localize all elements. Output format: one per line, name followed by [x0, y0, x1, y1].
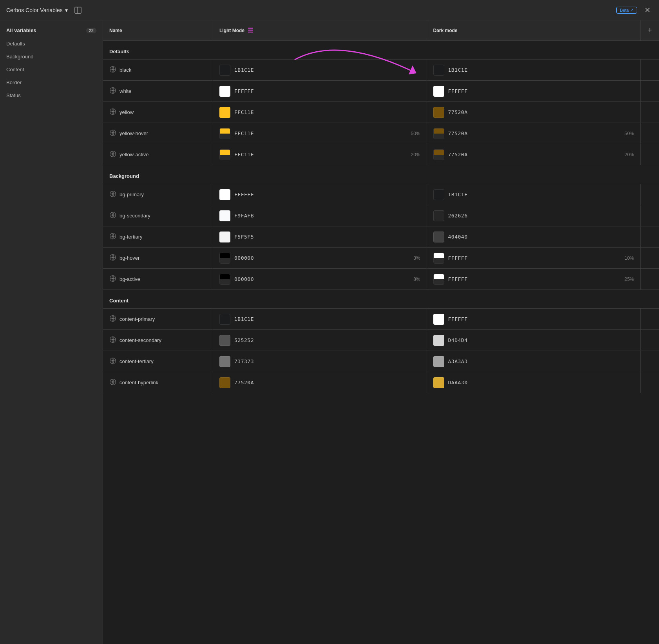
light-color-label: FFFFFF [234, 192, 254, 197]
content-area: Name Light Mode ☰ Dark mode + Defaults b… [103, 20, 659, 393]
sidebar: All variables 22 Defaults Background Con… [0, 20, 103, 644]
variable-name: bg-hover [119, 255, 139, 261]
table-row[interactable]: content-primary1B1C1EFFFFFF [103, 309, 659, 330]
cell-dark-bg-active[interactable]: FFFFFF25% [427, 269, 641, 289]
variable-icon [109, 66, 116, 74]
cell-light-bg-primary[interactable]: FFFFFF [213, 184, 427, 205]
cell-dark-content-secondary[interactable]: D4D4D4 [427, 330, 641, 351]
sidebar-item-status[interactable]: Status [0, 89, 103, 102]
external-link-icon: ↗ [630, 8, 634, 12]
table-row[interactable]: content-tertiary737373A3A3A3 [103, 351, 659, 372]
cell-dark-content-tertiary[interactable]: A3A3A3 [427, 351, 641, 372]
cell-name-bg-tertiary: bg-tertiary [103, 233, 213, 241]
variable-icon [109, 87, 116, 95]
table-row[interactable]: yellow-hover FFC11E50% 77520A50% [103, 123, 659, 144]
section-header-background: Background [103, 165, 659, 184]
cell-extra [640, 372, 659, 393]
panel-toggle-icon[interactable] [72, 5, 83, 16]
table-row[interactable]: yellowFFC11E77520A [103, 102, 659, 123]
cell-light-yellow-active[interactable]: FFC11E20% [213, 144, 427, 165]
dark-color-label: A3A3A3 [448, 358, 468, 364]
variable-name: bg-tertiary [119, 234, 143, 240]
sidebar-item-content[interactable]: Content [0, 63, 103, 76]
variable-name: yellow-hover [119, 130, 148, 136]
close-icon: ✕ [645, 6, 650, 14]
cell-name-white: white [103, 87, 213, 95]
cell-name-content-secondary: content-secondary [103, 336, 213, 344]
table-row[interactable]: black1B1C1E1B1C1E [103, 60, 659, 81]
cell-light-content-primary[interactable]: 1B1C1E [213, 309, 427, 329]
cell-extra [640, 102, 659, 123]
cell-dark-bg-secondary[interactable]: 262626 [427, 205, 641, 226]
cell-dark-white[interactable]: FFFFFF [427, 81, 641, 101]
dark-color-label: DAAA30 [448, 380, 468, 385]
cell-name-bg-primary: bg-primary [103, 190, 213, 199]
table-row[interactable]: yellow-active FFC11E20% 77520A20% [103, 144, 659, 165]
dark-opacity: 25% [625, 277, 634, 282]
cell-light-content-secondary[interactable]: 525252 [213, 330, 427, 351]
close-button[interactable]: ✕ [642, 5, 653, 16]
cell-light-black[interactable]: 1B1C1E [213, 60, 427, 80]
sidebar-item-defaults[interactable]: Defaults [0, 37, 103, 50]
light-color-label: 1B1C1E [234, 316, 254, 322]
header-left: Cerbos Color Variables ▾ [6, 5, 83, 16]
dark-color-label: 404040 [448, 234, 468, 240]
cell-dark-bg-hover[interactable]: FFFFFF10% [427, 248, 641, 268]
dark-color-label: 1B1C1E [448, 192, 468, 197]
dark-opacity: 20% [625, 152, 634, 157]
cell-light-yellow[interactable]: FFC11E [213, 102, 427, 123]
main-layout: All variables 22 Defaults Background Con… [0, 20, 659, 644]
dark-opacity: 50% [625, 131, 634, 136]
cell-dark-bg-tertiary[interactable]: 404040 [427, 226, 641, 247]
table-row[interactable]: content-hyperlink77520ADAAA30 [103, 372, 659, 393]
table-row[interactable]: whiteFFFFFFFFFFFF [103, 81, 659, 102]
cell-light-white[interactable]: FFFFFF [213, 81, 427, 101]
app-title[interactable]: Cerbos Color Variables ▾ [6, 7, 68, 13]
cell-light-yellow-hover[interactable]: FFC11E50% [213, 123, 427, 144]
dark-color-label: 262626 [448, 213, 468, 219]
table-row[interactable]: bg-hover 0000003% FFFFFF10% [103, 248, 659, 269]
cell-name-yellow-active: yellow-active [103, 150, 213, 159]
cell-dark-black[interactable]: 1B1C1E [427, 60, 641, 80]
cell-name-bg-hover: bg-hover [103, 254, 213, 262]
variable-icon [109, 108, 116, 116]
table-row[interactable]: bg-primaryFFFFFF1B1C1E [103, 184, 659, 205]
table-row[interactable]: bg-secondaryF9FAFB262626 [103, 205, 659, 226]
table-row[interactable]: content-secondary525252D4D4D4 [103, 330, 659, 351]
variable-icon [109, 357, 116, 365]
variable-icon [109, 275, 116, 283]
dark-color-label: 1B1C1E [448, 67, 468, 73]
dark-color-label: D4D4D4 [448, 337, 468, 343]
cell-dark-yellow-hover[interactable]: 77520A50% [427, 123, 641, 144]
col-dark-header: Dark mode [427, 20, 641, 40]
cell-dark-bg-primary[interactable]: 1B1C1E [427, 184, 641, 205]
cell-dark-content-hyperlink[interactable]: DAAA30 [427, 372, 641, 393]
cell-light-content-tertiary[interactable]: 737373 [213, 351, 427, 372]
cell-name-content-hyperlink: content-hyperlink [103, 378, 213, 387]
cell-light-content-hyperlink[interactable]: 77520A [213, 372, 427, 393]
variable-name: content-hyperlink [119, 380, 158, 385]
variable-icon [109, 315, 116, 323]
light-opacity: 8% [413, 277, 420, 282]
table-row[interactable]: bg-active 0000008% FFFFFF25% [103, 269, 659, 290]
cell-light-bg-hover[interactable]: 0000003% [213, 248, 427, 268]
section-header-content: Content [103, 290, 659, 309]
variable-icon [109, 233, 116, 241]
light-color-label: 77520A [234, 380, 254, 385]
cell-dark-yellow-active[interactable]: 77520A20% [427, 144, 641, 165]
cell-light-bg-tertiary[interactable]: F5F5F5 [213, 226, 427, 247]
table-row[interactable]: bg-tertiaryF5F5F5404040 [103, 226, 659, 248]
cell-light-bg-active[interactable]: 0000008% [213, 269, 427, 289]
cell-light-bg-secondary[interactable]: F9FAFB [213, 205, 427, 226]
sidebar-all-variables[interactable]: All variables 22 [0, 24, 103, 37]
cell-dark-yellow[interactable]: 77520A [427, 102, 641, 123]
sidebar-item-border[interactable]: Border [0, 76, 103, 89]
menu-icon[interactable]: ☰ [248, 27, 253, 34]
add-mode-button[interactable]: + [640, 20, 659, 40]
cell-dark-content-primary[interactable]: FFFFFF [427, 309, 641, 329]
sidebar-item-background[interactable]: Background [0, 50, 103, 63]
beta-badge[interactable]: Beta ↗ [616, 7, 637, 14]
light-color-label: 737373 [234, 358, 254, 364]
variable-name: content-primary [119, 316, 155, 322]
variable-icon [109, 150, 116, 159]
